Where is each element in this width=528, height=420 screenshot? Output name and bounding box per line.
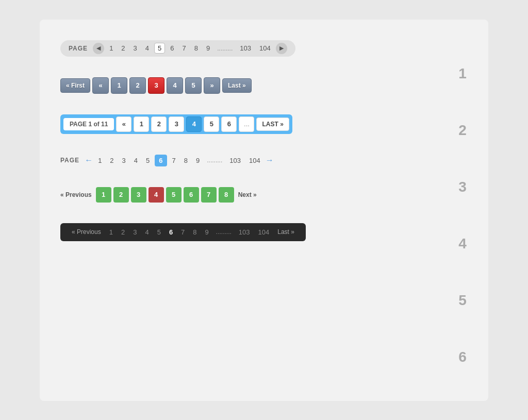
- pg1-num-7[interactable]: 7: [179, 43, 189, 53]
- pg1-num-6[interactable]: 6: [167, 43, 177, 53]
- pg6-num-4[interactable]: 4: [142, 227, 152, 237]
- pg2-num-3[interactable]: 3: [148, 77, 164, 94]
- pg4-dots: .........: [205, 157, 224, 164]
- pg6-num-5[interactable]: 5: [154, 227, 164, 237]
- pagination-style-2: « First « 1 2 3 4 5 » Last »: [60, 77, 252, 94]
- pg5-num-8[interactable]: 8: [219, 187, 234, 203]
- pg6-num-103[interactable]: 103: [236, 227, 253, 237]
- pg4-num-3[interactable]: 3: [119, 156, 129, 165]
- section-num-2: 2: [458, 102, 467, 159]
- page-label-4: PAGE: [60, 157, 79, 164]
- pg1-num-9[interactable]: 9: [203, 43, 213, 53]
- prev-arrow-1[interactable]: ◀: [93, 43, 104, 54]
- pg4-num-8[interactable]: 8: [181, 156, 191, 165]
- pg6-num-9[interactable]: 9: [202, 227, 212, 237]
- section-num-5: 5: [458, 272, 467, 329]
- next-button-5[interactable]: Next »: [238, 191, 257, 198]
- pagination-style-6: « Previous 1 2 3 4 5 6 7 8 9 ......... 1…: [60, 223, 306, 241]
- pg5-num-7[interactable]: 7: [201, 187, 217, 203]
- pg2-num-4[interactable]: 4: [167, 77, 183, 94]
- pg4-num-7[interactable]: 7: [169, 156, 179, 165]
- prev-button-2[interactable]: «: [92, 77, 109, 94]
- pg6-num-1[interactable]: 1: [106, 227, 116, 237]
- section-num-1: 1: [458, 45, 467, 102]
- pg4-num-6[interactable]: 6: [155, 155, 167, 166]
- pg4-num-5[interactable]: 5: [143, 156, 153, 165]
- pg1-num-4[interactable]: 4: [142, 43, 152, 53]
- main-container: PAGE ◀ 1 2 3 4 5 6 7 8 9 ......... 103 1…: [40, 20, 488, 401]
- pg4-num-2[interactable]: 2: [107, 156, 117, 165]
- pg4-num-9[interactable]: 9: [193, 156, 203, 165]
- pagination-style-3: PAGE 1 of 11 « 1 2 3 4 5 6 ... LAST »: [60, 114, 292, 134]
- prev-button-5[interactable]: « Previous: [60, 191, 92, 198]
- pg2-num-1[interactable]: 1: [111, 77, 127, 94]
- pg4-num-103[interactable]: 103: [226, 156, 244, 165]
- pagination-style-1: PAGE ◀ 1 2 3 4 5 6 7 8 9 ......... 103 1…: [60, 40, 295, 57]
- pg1-num-104[interactable]: 104: [256, 43, 274, 53]
- pg5-num-3[interactable]: 3: [131, 187, 146, 203]
- next-button-2[interactable]: »: [204, 77, 220, 94]
- pg1-dots: .........: [215, 45, 235, 52]
- pg3-num-3[interactable]: 3: [169, 116, 184, 132]
- pg1-num-5[interactable]: 5: [154, 43, 165, 54]
- pg1-num-1[interactable]: 1: [106, 43, 116, 53]
- pg5-num-4[interactable]: 4: [148, 187, 164, 203]
- pg6-num-7[interactable]: 7: [178, 227, 188, 237]
- pg6-num-6[interactable]: 6: [166, 227, 176, 237]
- pg1-num-2[interactable]: 2: [118, 43, 128, 53]
- pg2-num-2[interactable]: 2: [129, 77, 146, 94]
- pg4-num-1[interactable]: 1: [95, 156, 105, 165]
- pagination-style-5: « Previous 1 2 3 4 5 6 7 8 Next »: [60, 187, 257, 203]
- pg6-num-104[interactable]: 104: [255, 227, 273, 237]
- prev-arrow-4[interactable]: ←: [85, 156, 93, 165]
- pg5-num-1[interactable]: 1: [96, 187, 111, 203]
- last-button-6[interactable]: Last »: [274, 227, 298, 237]
- pg5-num-5[interactable]: 5: [166, 187, 182, 203]
- pg6-num-8[interactable]: 8: [190, 227, 200, 237]
- pg2-num-5[interactable]: 5: [185, 77, 202, 94]
- pg4-num-4[interactable]: 4: [131, 156, 141, 165]
- pg1-num-3[interactable]: 3: [130, 43, 140, 53]
- page-label-1: PAGE: [69, 45, 88, 52]
- pagination-examples: PAGE ◀ 1 2 3 4 5 6 7 8 9 ......... 103 1…: [50, 35, 447, 385]
- pg3-num-5[interactable]: 5: [204, 116, 219, 132]
- first-button-2[interactable]: « First: [60, 78, 90, 93]
- prev-button-6[interactable]: « Previous: [69, 227, 104, 237]
- section-num-3: 3: [458, 159, 467, 215]
- pg3-num-6[interactable]: 6: [221, 116, 237, 132]
- pg6-num-2[interactable]: 2: [118, 227, 128, 237]
- pg4-num-104[interactable]: 104: [246, 156, 263, 165]
- section-num-4: 4: [458, 215, 467, 272]
- pg3-last[interactable]: LAST »: [256, 117, 289, 131]
- pg3-num-2[interactable]: 2: [151, 116, 167, 132]
- pg3-num-1[interactable]: 1: [134, 116, 149, 132]
- pg5-num-2[interactable]: 2: [113, 187, 129, 203]
- pagination-style-4: PAGE ← 1 2 3 4 5 6 7 8 9 ......... 103 1…: [60, 155, 274, 166]
- next-arrow-1[interactable]: ▶: [276, 43, 287, 54]
- pg1-num-8[interactable]: 8: [191, 43, 201, 53]
- next-arrow-4[interactable]: →: [266, 156, 274, 165]
- section-num-6: 6: [458, 329, 467, 385]
- pg3-dots: ...: [239, 116, 254, 132]
- pg6-num-3[interactable]: 3: [130, 227, 140, 237]
- pg3-prev[interactable]: «: [116, 116, 131, 132]
- pg3-page-label: PAGE 1 of 11: [63, 118, 114, 130]
- pg5-num-6[interactable]: 6: [184, 187, 199, 203]
- section-numbers: 1 2 3 4 5 6: [447, 35, 478, 385]
- pg6-dots: .........: [214, 228, 234, 236]
- pg1-num-103[interactable]: 103: [237, 43, 254, 53]
- last-button-2[interactable]: Last »: [222, 78, 252, 93]
- pg3-num-4[interactable]: 4: [186, 116, 202, 132]
